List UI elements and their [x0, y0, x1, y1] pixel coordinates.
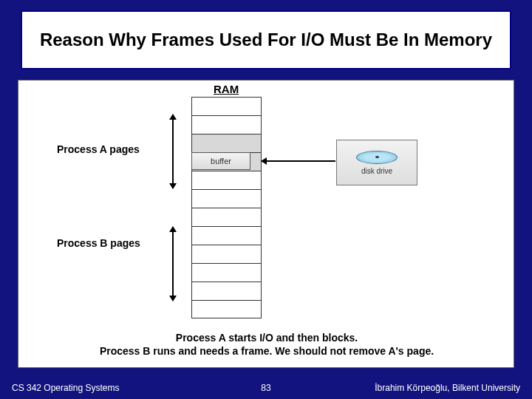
disk-drive-box: disk drive: [336, 140, 417, 185]
footer: CS 342 Operating Systems 83 İbrahim Körp…: [0, 377, 532, 399]
frame-row: [192, 264, 261, 282]
frame-row: [192, 98, 261, 116]
disk-to-buffer-arrow: [262, 160, 335, 162]
process-b-range-arrow: [172, 227, 174, 301]
buffer-label: buffer: [211, 157, 231, 166]
buffer-box: buffer: [191, 152, 250, 170]
ram-column: [191, 97, 262, 318]
frame-row: [192, 134, 261, 153]
disk-drive-icon: [356, 151, 398, 164]
footer-course: CS 342 Operating Systems: [12, 383, 119, 393]
caption-line-2: Process B runs and needs a frame. We sho…: [18, 345, 515, 357]
frame-row: [192, 245, 261, 264]
slide-title: Reason Why Frames Used For I/O Must Be I…: [40, 29, 492, 51]
disk-drive-label: disk drive: [361, 167, 392, 175]
frame-row: [192, 208, 261, 227]
content-box: RAM Process A pages Process B pages buff…: [18, 80, 514, 368]
process-a-range-arrow: [172, 115, 174, 188]
footer-author: İbrahim Körpeoğlu, Bilkent University: [375, 383, 520, 393]
frame-row: [192, 282, 261, 301]
ram-label: RAM: [214, 83, 239, 95]
title-box: Reason Why Frames Used For I/O Must Be I…: [21, 10, 511, 69]
frame-row: [192, 227, 261, 245]
process-b-label: Process B pages: [57, 237, 140, 249]
frame-row: [192, 301, 261, 319]
frame-row: [192, 190, 261, 208]
frame-row: [192, 116, 261, 134]
frame-row: [192, 171, 261, 190]
caption-line-1: Process A starts I/O and then blocks.: [18, 332, 515, 344]
process-a-label: Process A pages: [57, 143, 140, 155]
